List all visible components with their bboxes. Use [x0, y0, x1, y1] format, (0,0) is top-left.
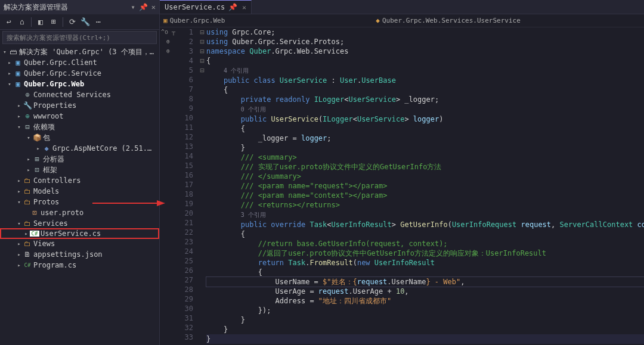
node-label: wwwroot [33, 112, 156, 120]
glyph-margin: ^o ┬⊚⊚ [160, 27, 177, 345]
chevron-down-icon[interactable]: ▾ [25, 135, 32, 141]
connected-icon: ⊕ [23, 91, 32, 99]
csproj-icon: ▣ [13, 80, 23, 88]
chevron-right-icon[interactable]: ▸ [16, 113, 23, 119]
chevron-right-icon[interactable]: ▸ [6, 70, 13, 76]
chevron-right-icon[interactable]: ▸ [16, 102, 23, 108]
chevron-right-icon[interactable]: ▸ [23, 231, 30, 237]
node-label: 依赖项 [33, 122, 156, 132]
more-icon[interactable]: ⋯ [92, 15, 105, 29]
framework-node[interactable]: ▸ ⊡ 框架 [0, 164, 159, 175]
node-label: Views [33, 240, 156, 248]
project-label: Quber.Grpc.Client [24, 58, 156, 67]
project-node[interactable]: ▸ ▣ Quber.Grpc.Service [0, 68, 159, 79]
package-item[interactable]: ▸ ◆ Grpc.AspNetCore (2.51.0) [0, 143, 159, 154]
file-node[interactable]: ⊡ user.proto [0, 207, 159, 218]
wwwroot-node[interactable]: ▸ ⊕ wwwroot [0, 111, 159, 122]
wrench-icon: 🔧 [23, 101, 32, 110]
folder-node[interactable]: ▸ 🗀 Models [0, 186, 159, 197]
project-label: Quber.Grpc.Service [24, 69, 156, 77]
folder-icon: 🗀 [23, 187, 32, 195]
chevron-right-icon[interactable]: ▸ [25, 156, 32, 162]
csproj-icon: ▣ [13, 58, 23, 67]
back-icon[interactable]: ↩ [2, 15, 16, 29]
separator [31, 17, 32, 27]
file-node-highlighted[interactable]: ▸ C# UserService.cs [0, 228, 159, 239]
package-icon: 📦 [32, 133, 42, 142]
solution-icon: 🗃 [8, 48, 18, 56]
tab-label: UserService.cs [165, 3, 225, 11]
framework-icon: ⊡ [32, 166, 42, 174]
node-label: 包 [43, 133, 156, 143]
chevron-down-icon[interactable]: ▾ [6, 81, 13, 87]
tab-close-icon[interactable]: ✕ [242, 4, 246, 11]
folder-icon: 🗀 [23, 219, 32, 228]
chevron-down-icon[interactable]: ▾ [1, 49, 8, 55]
home-icon[interactable]: ⌂ [16, 15, 29, 29]
node-label: 框架 [43, 165, 156, 175]
chevron-down-icon[interactable]: ▾ [16, 220, 23, 226]
packages-node[interactable]: ▾ 📦 包 [0, 132, 159, 143]
globe-icon: ⊕ [23, 112, 32, 120]
tab-userservice[interactable]: UserService.cs 📌 ✕ [160, 0, 252, 14]
sidebar-toolbar: ↩ ⌂ ◧ ⊞ ⟳ 🔧 ⋯ [0, 14, 159, 30]
chevron-right-icon[interactable]: ▸ [6, 60, 13, 66]
chevron-down-icon[interactable]: ▾ [16, 199, 23, 205]
wrench-icon[interactable]: 🔧 [79, 15, 92, 29]
breadcrumb-class[interactable]: ◆ Quber.Grpc.Web.Services.UserService [376, 17, 520, 24]
code-editor[interactable]: ^o ┬⊚⊚ 123456789101112131415161718192021… [160, 27, 644, 345]
folder-node[interactable]: ▾ 🗀 Services [0, 218, 159, 229]
editor-tabs: UserService.cs 📌 ✕ [160, 0, 644, 14]
scope-icon[interactable]: ◧ [34, 15, 47, 29]
project-node[interactable]: ▸ ▣ Quber.Grpc.Client [0, 57, 159, 68]
dependencies-node[interactable]: ▾ ⊟ 依赖项 [0, 122, 159, 132]
solution-node[interactable]: ▾ 🗃 解决方案 'Quber.Grpc' (3 个项目，共 3 个) [0, 46, 159, 57]
node-label: Controllers [33, 176, 156, 185]
folder-icon: 🗀 [23, 198, 32, 206]
folder-icon: 🗀 [23, 240, 32, 248]
chevron-right-icon[interactable]: ▸ [16, 251, 23, 257]
chevron-right-icon[interactable]: ▸ [35, 145, 42, 151]
chevron-right-icon[interactable]: ▸ [16, 262, 23, 268]
chevron-right-icon[interactable]: ▸ [16, 178, 23, 184]
chevron-right-icon[interactable]: ▸ [16, 188, 23, 194]
folder-node[interactable]: ▸ 🗀 Views [0, 238, 159, 249]
file-node[interactable]: ▸ 🗎 appsettings.json [0, 249, 159, 260]
node-label: appsettings.json [33, 250, 156, 259]
project-label: Quber.Grpc.Web [24, 80, 156, 88]
project-icon: ▣ [163, 17, 168, 24]
folder-node[interactable]: ▾ 🗀 Protos [0, 197, 159, 207]
chevron-down-icon[interactable]: ▾ [16, 124, 23, 130]
tab-pin-icon[interactable]: 📌 [228, 3, 237, 11]
proto-icon: ⊡ [30, 209, 39, 217]
fold-margin[interactable]: ⊟⊟⊟⊟⊟ [198, 27, 206, 345]
separator [63, 17, 63, 27]
node-label: Protos [33, 198, 156, 206]
breadcrumb-project[interactable]: ▣ Quber.Grpc.Web [163, 17, 225, 24]
chevron-right-icon[interactable]: ▸ [16, 241, 23, 247]
dropdown-icon[interactable]: ▾ [131, 3, 135, 11]
tree-icon[interactable]: ⊞ [47, 15, 60, 29]
node-label: 分析器 [43, 154, 156, 164]
class-icon: ◆ [376, 17, 380, 24]
analyzers-node[interactable]: ▸ ⊞ 分析器 [0, 154, 159, 164]
csharp-icon: C# [30, 231, 39, 237]
connected-services-node[interactable]: ⊕ Connected Services [0, 89, 159, 100]
refresh-icon[interactable]: ⟳ [66, 15, 79, 29]
nuget-icon: ◆ [42, 144, 51, 153]
file-node[interactable]: ▸ C# Program.cs [0, 260, 159, 271]
csproj-icon: ▣ [13, 69, 23, 77]
editor-area: UserService.cs 📌 ✕ ▣ Quber.Grpc.Web ◆ Qu… [160, 0, 644, 345]
code-content[interactable]: using Grpc.Core;using Quber.Grpc.Service… [206, 27, 644, 345]
close-icon[interactable]: ✕ [151, 3, 156, 11]
sidebar-header: 解决方案资源管理器 ▾ 📌 ✕ [0, 0, 159, 14]
search-placeholder: 搜索解决方案资源管理器(Ctrl+;) [7, 33, 110, 42]
pin-icon[interactable]: 📌 [139, 3, 148, 11]
chevron-right-icon[interactable]: ▸ [25, 167, 32, 173]
folder-icon: 🗀 [23, 176, 32, 185]
project-node[interactable]: ▾ ▣ Quber.Grpc.Web [0, 79, 159, 89]
properties-node[interactable]: ▸ 🔧 Properties [0, 100, 159, 111]
search-input[interactable]: 搜索解决方案资源管理器(Ctrl+;) [2, 31, 157, 44]
breadcrumbs: ▣ Quber.Grpc.Web ◆ Quber.Grpc.Web.Servic… [160, 14, 644, 27]
folder-node[interactable]: ▸ 🗀 Controllers [0, 175, 159, 186]
